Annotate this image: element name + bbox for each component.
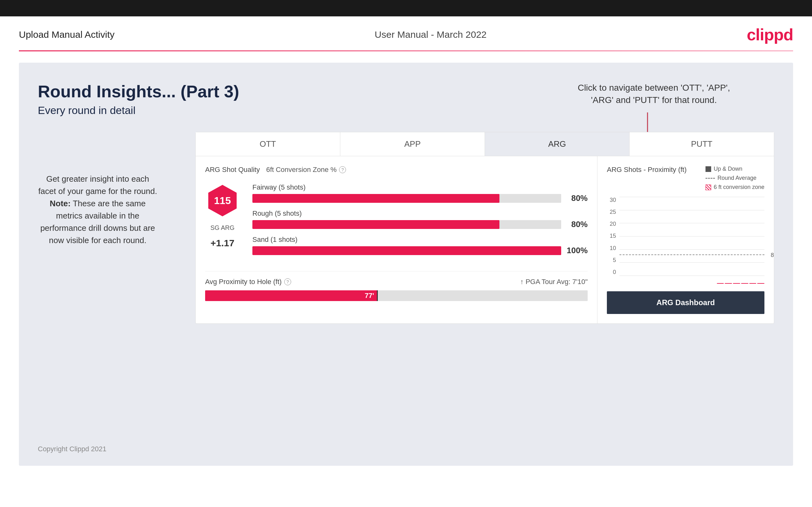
hex-left: 115 SG ARG +1.17 [205,183,240,248]
proximity-section: Avg Proximity to Hole (ft) ? ↑ PGA Tour … [205,271,588,301]
y-axis: 30 25 20 15 10 5 0 [607,197,618,276]
bar-fill-rough [252,220,499,229]
header: Upload Manual Activity User Manual - Mar… [0,16,812,50]
bar-fill-fairway [252,194,499,203]
header-divider [19,50,793,51]
logo-area: clippd [747,25,793,44]
bar-row-sand: Sand (1 shots) 100% [252,235,588,256]
chart-bar-hatched-6 [757,283,764,284]
bar-track-rough [252,220,561,229]
bar-hatched-2 [725,283,732,284]
left-description: Get greater insight into each facet of y… [38,173,158,246]
upload-label: Upload Manual Activity [19,29,115,40]
bar-label-rough: Rough (5 shots) [252,210,588,218]
bar-hatched-1 [717,283,724,284]
tab-putt[interactable]: PUTT [629,132,774,156]
card-body: ARG Shot Quality 6ft Conversion Zone % ?… [196,156,774,323]
note-label: Note: [50,199,70,208]
bar-container-rough: 80% [252,220,588,229]
bar-pct-sand: 100% [566,246,588,256]
proximity-bar-track: 77' [205,290,588,301]
legend-label-conversion: 6 ft conversion zone [714,184,764,190]
hex-section: 115 SG ARG +1.17 Fairway (5 shots) [205,183,588,262]
main-content: Round Insights... (Part 3) Every round i… [19,63,793,466]
copyright-text: Copyright Clippd 2021 [38,445,106,453]
legend-label-round-avg: Round Average [717,175,757,181]
footer: Copyright Clippd 2021 [38,445,106,453]
chart-bar-hatched-2 [725,283,732,284]
bar-row-rough: Rough (5 shots) 80% [252,210,588,229]
conversion-zone-label: 6ft Conversion Zone % ? [266,166,346,174]
pga-tour-avg: ↑ PGA Tour Avg: 7'10" [520,278,588,286]
hexagon-badge: 115 [205,183,240,218]
tab-ott[interactable]: OTT [196,132,340,156]
bar-chart-container: 30 25 20 15 10 5 0 [607,197,764,285]
sg-label: SG ARG [210,224,235,231]
bar-hatched-4 [741,283,748,284]
tab-app[interactable]: APP [340,132,485,156]
legend-up-down: Up & Down [706,166,764,172]
legend-box-solid [706,166,711,172]
help-icon[interactable]: ? [339,166,346,173]
bar-track-sand [252,246,561,255]
arg-dashboard-button[interactable]: ARG Dashboard [607,291,764,314]
proximity-bar-text: 77' [365,292,374,300]
chart-bar-hatched-4 [741,283,748,284]
proximity-bar-fill: 77' [205,290,377,301]
bar-container-fairway: 80% [252,193,588,203]
legend-dashed [706,178,715,178]
proximity-label: Avg Proximity to Hole (ft) ? [205,278,291,286]
bar-track-fairway [252,194,561,203]
bar-label-sand: Sand (1 shots) [252,235,588,244]
hex-number: 115 [214,195,231,207]
bar-hatched-6 [757,283,764,284]
bar-label-fairway: Fairway (5 shots) [252,183,588,191]
tabs-container: OTT APP ARG PUTT [196,132,774,156]
chart-bars-area [619,197,764,285]
proximity-help-icon[interactable]: ? [284,278,291,285]
bar-pct-fairway: 80% [566,193,588,203]
legend-label-up-down: Up & Down [714,166,742,172]
bar-hatched-5 [749,283,757,284]
chart-bar-hatched-5 [749,283,757,284]
doc-title: User Manual - March 2022 [375,29,487,40]
bar-container-sand: 100% [252,246,588,256]
legend-conversion-zone: 6 ft conversion zone [706,184,764,190]
dashboard-card: OTT APP ARG PUTT ARG Shot Quality 6ft Co… [195,132,774,324]
tab-arg[interactable]: ARG [485,132,629,156]
bar-row-fairway: Fairway (5 shots) 80% [252,183,588,203]
legend-box-hatched [706,184,711,190]
shot-quality-label: ARG Shot Quality [205,166,260,174]
chart-bar-hatched-3 [733,283,740,284]
proximity-header: Avg Proximity to Hole (ft) ? ↑ PGA Tour … [205,278,588,286]
bar-fill-sand [252,246,561,255]
bars-section: Fairway (5 shots) 80% Rough (5 shots) [252,183,588,262]
bar-pct-rough: 80% [566,220,588,229]
bar-hatched-3 [733,283,740,284]
sg-value: +1.17 [210,238,235,248]
clippd-logo: clippd [747,25,793,44]
chart-title: ARG Shots - Proximity (ft) [607,166,687,174]
cursor-line [377,290,378,301]
left-panel: ARG Shot Quality 6ft Conversion Zone % ?… [196,156,597,323]
top-bar [0,0,812,16]
chart-legend: Up & Down Round Average 6 ft conversion … [706,166,764,190]
panel-header: ARG Shot Quality 6ft Conversion Zone % ? [205,166,588,174]
legend-round-avg: Round Average [706,175,764,181]
chart-header: ARG Shots - Proximity (ft) Up & Down Rou… [607,166,764,190]
dashed-label-value: 8 [771,252,774,259]
right-panel: ARG Shots - Proximity (ft) Up & Down Rou… [597,156,774,323]
nav-hint-text: Click to navigate between 'OTT', 'APP','… [577,81,730,106]
chart-bar-hatched-1 [717,283,724,284]
